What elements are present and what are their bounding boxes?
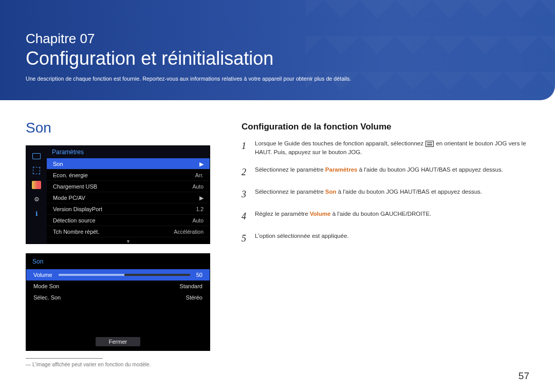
osd-sound-title: Son	[26, 254, 210, 269]
step-3: 3 Sélectionnez le paramètre Son à l'aide…	[242, 188, 529, 201]
osd-row-value: Stéréo	[186, 294, 202, 301]
step-text: Réglez le paramètre Volume à l'aide du b…	[255, 210, 431, 223]
banner-pattern	[305, 0, 555, 100]
step-number: 4	[242, 210, 255, 223]
keyword-son: Son	[325, 189, 337, 195]
caret-right-icon: ▶	[199, 161, 203, 167]
step-5: 5 L'option sélectionnée est appliquée.	[242, 232, 529, 246]
osd-footer: Fermer	[26, 334, 210, 350]
osd-row-selec-son[interactable]: Sélec. Son Stéréo	[26, 292, 210, 303]
osd-row-label: Volume	[33, 272, 52, 278]
scroll-down-icon: ▼	[47, 237, 210, 246]
osd-row-value: Auto	[192, 217, 203, 223]
keyword-volume: Volume	[310, 211, 331, 217]
step-number: 5	[242, 232, 255, 246]
volume-slider[interactable]	[59, 274, 190, 276]
chapter-banner: Chapitre 07 Configuration et réinitialis…	[0, 0, 555, 100]
caret-right-icon: ▶	[199, 195, 203, 201]
osd-row-tch-nombre-repet[interactable]: Tch Nombre répét. Accélération	[47, 226, 210, 237]
osd-row-value: Arr.	[195, 172, 203, 178]
osd-row-label: Mode PC/AV	[53, 195, 85, 201]
osd-row-version-displayport[interactable]: Version DisplayPort 1.2	[47, 203, 210, 215]
osd-icon-column	[26, 146, 47, 244]
subheading-config-volume: Configuration de la fonction Volume	[242, 122, 529, 132]
osd-row-label: Détection source	[53, 217, 96, 223]
info-icon	[31, 208, 42, 219]
menu-icon	[425, 141, 434, 147]
osd-row-mode-son[interactable]: Mode Son Standard	[26, 281, 210, 292]
step-4: 4 Réglez le paramètre Volume à l'aide du…	[242, 210, 529, 223]
osd-spacer	[26, 303, 210, 334]
osd-row-label: Version DisplayPort	[53, 206, 102, 212]
osd-sound-menu: Son Volume 50 Mode Son Standard Sélec. S…	[26, 253, 210, 351]
osd-row-value: Standard	[179, 283, 202, 289]
step-number: 3	[242, 188, 255, 201]
step-number: 2	[242, 165, 255, 179]
steps-list: 1 Lorsque le Guide des touches de foncti…	[242, 139, 529, 246]
osd-row-label: Chargement USB	[53, 183, 97, 190]
gear-icon	[31, 194, 42, 205]
osd-row-volume[interactable]: Volume 50	[26, 269, 210, 281]
page-number: 57	[519, 370, 529, 382]
osd-row-econ-energie[interactable]: Econ. énergie Arr.	[47, 170, 210, 181]
footnote: L'image affichée peut varier en fonction…	[26, 362, 211, 367]
osd-row-label: Mode Son	[33, 283, 59, 289]
step-text: L'option sélectionnée est appliquée.	[255, 232, 349, 246]
osd-row-son[interactable]: Son ▶	[47, 158, 210, 170]
footnote-rule	[26, 358, 103, 359]
osd-row-value: 1.2	[196, 206, 203, 212]
osd-row-mode-pc-av[interactable]: Mode PC/AV ▶	[47, 192, 210, 203]
section-title-son: Son	[26, 120, 211, 136]
color-icon	[31, 179, 42, 191]
step-1: 1 Lorsque le Guide des touches de foncti…	[242, 139, 529, 157]
osd-row-detection-source[interactable]: Détection source Auto	[47, 215, 210, 226]
osd-row-label: Son	[53, 161, 63, 167]
keyword-parametres: Paramètres	[325, 166, 358, 173]
osd-row-value: 50	[196, 272, 202, 278]
osd-row-value: Accélération	[174, 229, 203, 235]
step-text: Lorsque le Guide des touches de fonction…	[255, 139, 529, 157]
osd-row-value: Auto	[192, 183, 203, 190]
monitor-icon	[31, 151, 42, 162]
osd-settings-title: Paramètres	[47, 146, 210, 158]
osd-row-label: Econ. énergie	[53, 172, 88, 178]
close-button[interactable]: Fermer	[96, 337, 140, 346]
picture-icon	[31, 165, 42, 176]
step-number: 1	[242, 139, 255, 157]
step-text: Sélectionnez le paramètre Son à l'aide d…	[255, 188, 482, 201]
osd-row-label: Tch Nombre répét.	[53, 229, 99, 235]
step-2: 2 Sélectionnez le paramètre Paramètres à…	[242, 165, 529, 179]
osd-row-chargement-usb[interactable]: Chargement USB Auto	[47, 181, 210, 192]
osd-row-label: Sélec. Son	[33, 294, 61, 301]
osd-settings-menu: Paramètres Son ▶ Econ. énergie Arr. Char…	[26, 145, 210, 244]
step-text: Sélectionnez le paramètre Paramètres à l…	[255, 165, 503, 179]
